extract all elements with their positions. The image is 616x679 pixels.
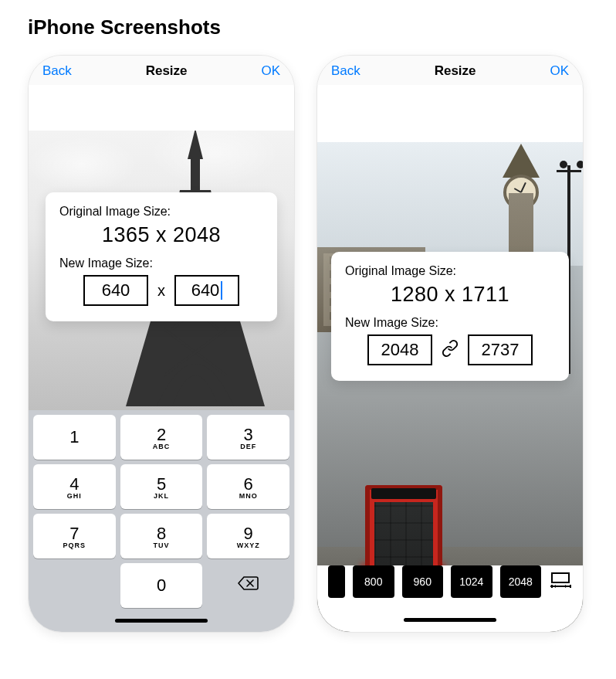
navbar: Back Resize OK — [317, 56, 583, 85]
key-9[interactable]: 9WXYZ — [207, 514, 289, 558]
nav-title: Resize — [146, 63, 188, 79]
key-7[interactable]: 7PQRS — [33, 514, 116, 558]
custom-width-icon[interactable] — [549, 572, 572, 592]
bottom-bar — [317, 598, 583, 632]
width-input[interactable]: 640 — [83, 275, 148, 306]
image-preview-london: Original Image Size: 1280 x 1711 New Ima… — [317, 85, 583, 632]
back-button[interactable]: Back — [331, 63, 360, 79]
ok-button[interactable]: OK — [550, 63, 569, 79]
key-8[interactable]: 8TUV — [120, 514, 203, 558]
screen-1: Original Image Size: 1365 x 2048 New Ima… — [29, 85, 294, 632]
navbar: Back Resize OK — [29, 56, 294, 85]
key-blank — [33, 563, 116, 608]
preset-800[interactable]: 800 — [353, 565, 394, 598]
nav-title: Resize — [435, 63, 476, 79]
dimension-separator: x — [157, 282, 165, 300]
original-size-label: Original Image Size: — [345, 264, 555, 278]
screen-2: Original Image Size: 1280 x 1711 New Ima… — [317, 85, 583, 632]
key-1[interactable]: 1 — [33, 415, 116, 460]
new-size-label: New Image Size: — [345, 316, 555, 330]
key-0[interactable]: 0 — [120, 563, 203, 608]
page-title: iPhone Screenshots — [28, 15, 588, 39]
original-size-value: 1280 x 1711 — [345, 283, 555, 307]
resize-card: Original Image Size: 1280 x 1711 New Ima… — [331, 252, 569, 381]
key-5[interactable]: 5JKL — [120, 464, 203, 509]
back-button[interactable]: Back — [42, 63, 72, 79]
home-indicator[interactable] — [115, 619, 208, 623]
preset-2048[interactable]: 2048 — [500, 565, 542, 598]
size-presets-bar: 800 960 1024 2048 — [317, 565, 583, 598]
new-size-label: New Image Size: — [59, 256, 263, 270]
preset-1024[interactable]: 1024 — [451, 565, 492, 598]
svg-rect-1 — [191, 159, 200, 190]
width-input[interactable]: 2048 — [367, 334, 432, 365]
screenshots-row: Back Resize OK — [28, 55, 588, 633]
phone-frame-1: Back Resize OK — [28, 55, 295, 633]
key-4[interactable]: 4GHI — [33, 464, 116, 509]
home-indicator[interactable] — [404, 618, 496, 622]
height-input[interactable]: 2737 — [468, 334, 533, 365]
aspect-lock-icon[interactable] — [442, 340, 459, 360]
resize-card: Original Image Size: 1365 x 2048 New Ima… — [46, 192, 277, 321]
svg-marker-0 — [188, 131, 203, 159]
key-3[interactable]: 3DEF — [207, 415, 289, 460]
height-input[interactable]: 640 — [174, 275, 239, 306]
key-6[interactable]: 6MNO — [207, 464, 289, 509]
numeric-keypad: 1 2ABC 3DEF 4GHI 5JKL 6MNO 7PQRS 8TUV 9W… — [29, 410, 294, 632]
preset-960[interactable]: 960 — [402, 565, 444, 598]
original-size-value: 1365 x 2048 — [59, 223, 263, 247]
phone-frame-2: Back Resize OK Original Image Size: 1 — [316, 55, 584, 633]
image-preview-eiffel: Original Image Size: 1365 x 2048 New Ima… — [29, 131, 294, 410]
svg-rect-9 — [552, 573, 569, 582]
original-size-label: Original Image Size: — [59, 205, 263, 219]
ok-button[interactable]: OK — [261, 63, 280, 79]
key-2[interactable]: 2ABC — [120, 415, 203, 460]
backspace-icon — [238, 575, 259, 596]
backspace-key[interactable] — [207, 563, 289, 608]
